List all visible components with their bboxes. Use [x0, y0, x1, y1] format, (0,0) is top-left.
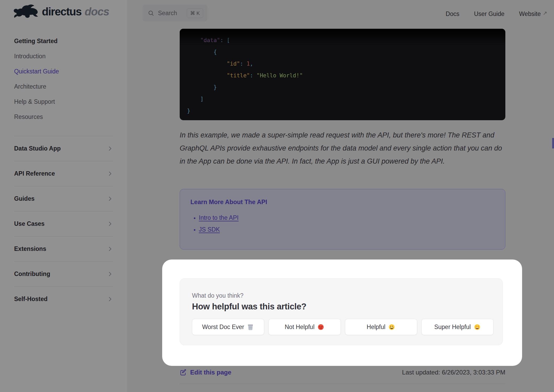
feedback-button-worst-doc-ever[interactable]: Worst Doc Ever: [192, 319, 264, 335]
feedback-button-label: Worst Doc Ever: [202, 324, 244, 331]
angry-face-emoji: [317, 324, 324, 331]
feedback-button-not-helpful[interactable]: Not Helpful: [268, 319, 341, 335]
feedback-button-helpful[interactable]: Helpful: [345, 319, 417, 335]
feedback-button-label: Helpful: [367, 324, 386, 331]
feedback-spotlight: What do you think? How helpful was this …: [162, 260, 522, 366]
feedback-button-super-helpful[interactable]: Super Helpful: [421, 319, 494, 335]
feedback-card: What do you think? How helpful was this …: [180, 278, 503, 345]
feedback-button-label: Super Helpful: [434, 324, 471, 331]
smiling-face-emoji: [388, 324, 395, 331]
page: directus docs Getting StartedIntroductio…: [0, 0, 554, 392]
feedback-button-label: Not Helpful: [285, 324, 314, 331]
feedback-title: How helpful was this article?: [192, 302, 494, 312]
feedback-kicker: What do you think?: [192, 292, 494, 299]
trash-emoji: [247, 324, 254, 331]
star-struck-emoji: [474, 324, 481, 331]
feedback-buttons: Worst Doc EverNot HelpfulHelpfulSuper He…: [192, 319, 494, 335]
